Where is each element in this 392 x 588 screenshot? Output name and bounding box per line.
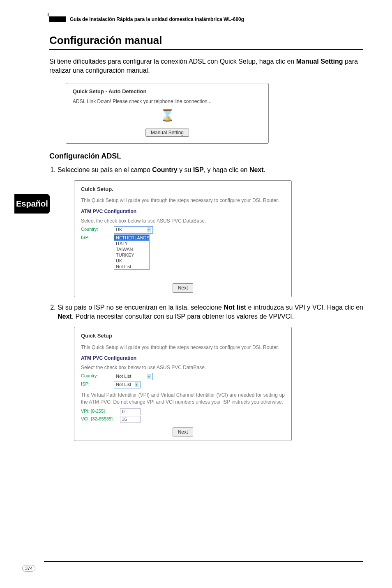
steps-list: Seleccione su país en el campo Country y… <box>49 165 363 441</box>
step1-bold1: Country <box>152 166 177 173</box>
manual-setting-button[interactable]: Manual Setting <box>145 129 189 137</box>
isp-option[interactable]: TAIWAN <box>114 246 149 252</box>
chevron-down-icon: ▾ <box>147 374 151 379</box>
step2-bold1: Not list <box>224 304 246 311</box>
ss2-country-label: Country: <box>81 226 114 234</box>
ss2-section: ATM PVC Configuration <box>81 208 285 215</box>
chevron-down-icon: ▾ <box>135 382 138 388</box>
brand-icon <box>49 16 66 22</box>
step2-bold2: Next <box>58 313 72 320</box>
vci-label: VCI: [32-65535] <box>81 416 120 423</box>
intro-text-pre: Si tiene dificultades para configurar la… <box>49 58 296 65</box>
country-select-notlist[interactable]: Not List ▾ <box>114 373 153 380</box>
title-underline <box>49 49 363 50</box>
screenshot-quick-setup-vpi-vci: Quick Setup This Quick Setup will guide … <box>74 327 292 441</box>
step1-bold3: Next <box>249 166 264 173</box>
ss2-title: Cuick Setup. <box>81 186 285 193</box>
ss3-desc: This Quick Setup will guide you through … <box>81 344 285 351</box>
isp-option[interactable]: Not List <box>114 264 149 269</box>
country-select-value: Not List <box>116 373 131 379</box>
step2-mid: e introduzca su VPI y VCI. Haga clic en <box>246 304 363 311</box>
isp-select-notlist[interactable]: Not List ▾ <box>114 381 141 388</box>
ss3-isp-label: ISP: <box>81 381 114 388</box>
ss2-isp-label: ISP: <box>81 234 114 241</box>
isp-select-value: Not List <box>116 381 131 388</box>
ss3-vpvc-text: The Virtual Path Identifier (VPI) and Vi… <box>81 392 285 406</box>
next-button[interactable]: Next <box>173 283 194 293</box>
ss2-desc: This Quick Setup will guide you through … <box>81 197 285 204</box>
hourglass-wrap: ⌛ <box>73 108 262 122</box>
header-doc-title: Guía de Instalación Rápida para la unida… <box>70 16 244 22</box>
step1-post: . <box>264 166 265 173</box>
step1-pre: Seleccione su país en el campo <box>58 166 152 173</box>
isp-option[interactable]: NETHERLANDS <box>114 235 149 241</box>
page-header: Guía de Instalación Rápida para la unida… <box>49 16 363 24</box>
ss3-select-label: Select the check box below to use ASUS P… <box>81 364 285 371</box>
ss1-title: Quick Setup - Auto Detection <box>73 88 262 94</box>
chevron-down-icon: ▾ <box>147 227 151 232</box>
isp-option[interactable]: UK <box>114 258 149 264</box>
step-2: Si su país o ISP no se encuentran en la … <box>58 303 363 441</box>
step1-mid: y su <box>178 166 193 173</box>
step1-mid2: , y haga clic en <box>204 166 249 173</box>
vpi-label: VPI: [0-255] <box>81 408 120 415</box>
isp-option[interactable]: ITALY <box>114 241 149 246</box>
ss3-title: Quick Setup <box>81 332 285 340</box>
footer-line <box>44 561 363 562</box>
step1-bold2: ISP <box>193 166 204 173</box>
screenshot-quick-setup-country: Cuick Setup. This Quick Setup will guide… <box>74 180 292 297</box>
ss2-select-label: Select the check box below to use ASUS P… <box>81 218 285 225</box>
hourglass-icon: ⌛ <box>160 109 175 122</box>
ss3-country-label: Country: <box>81 373 114 380</box>
ss3-section: ATM PVC Configuration <box>81 355 285 362</box>
vci-input[interactable]: 35 <box>120 416 141 423</box>
isp-select-open[interactable]: NETHERLANDS ITALY TAIWAN TURKEY UK Not L… <box>114 234 150 270</box>
country-select-value: UK <box>116 227 122 233</box>
intro-text-bold: Manual Setting <box>296 58 343 65</box>
country-select[interactable]: UK ▾ <box>114 226 153 234</box>
vpi-input[interactable]: 0 <box>120 408 141 415</box>
ss1-text: ADSL Link Down! Please check your telpho… <box>73 99 262 104</box>
step2-pre: Si su país o ISP no se encuentran en la … <box>58 304 224 311</box>
adsl-subheading: Configuración ADSL <box>49 152 363 161</box>
page-number: 374 <box>22 565 35 572</box>
page-title: Configuración manual <box>49 34 363 47</box>
step-1: Seleccione su país en el campo Country y… <box>58 165 363 297</box>
intro-paragraph: Si tiene dificultades para configurar la… <box>49 57 363 76</box>
step2-post: . Podría necesitar consultar con su ISP … <box>72 313 294 320</box>
next-button[interactable]: Next <box>173 427 194 437</box>
isp-option[interactable]: TURKEY <box>114 252 149 258</box>
screenshot-auto-detection: Quick Setup - Auto Detection ADSL Link D… <box>66 83 269 144</box>
